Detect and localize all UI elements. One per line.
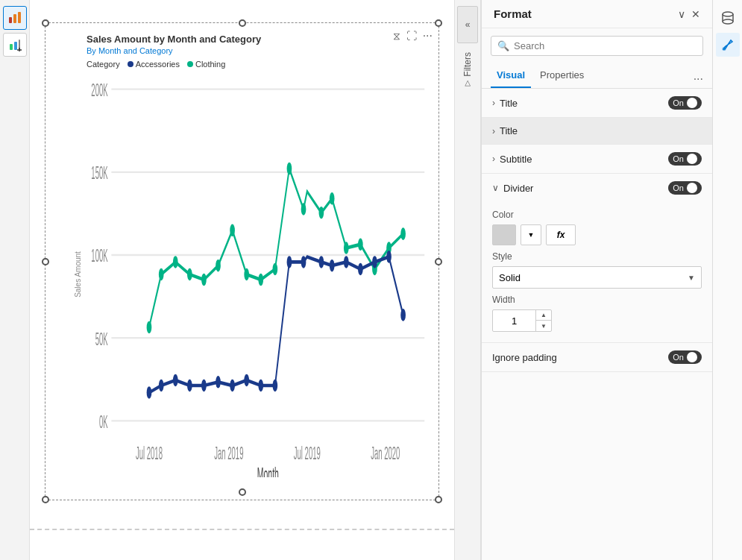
panel-tab-paint[interactable] (716, 33, 740, 57)
collapse-button[interactable]: « (457, 6, 478, 43)
close-icon[interactable]: ✕ (691, 8, 700, 20)
section-title-expand-label: › Title (492, 125, 518, 136)
svg-point-54 (319, 256, 324, 268)
chart-title: Sales Amount by Month and Category (87, 34, 428, 45)
svg-point-60 (400, 309, 406, 321)
handle-tl[interactable] (42, 19, 49, 27)
svg-point-47 (216, 376, 221, 388)
section-divider-label: ∨ Divider (492, 183, 533, 194)
chart-svg: 200K 150K 100K 50K 0K Jul 2018 Jan 2019 … (87, 72, 428, 477)
stepper-up[interactable]: ▲ (536, 310, 551, 321)
handle-tr[interactable] (435, 19, 442, 27)
chart-toolbar: ⧖ ⛶ ··· (393, 29, 433, 43)
svg-point-32 (273, 263, 278, 276)
style-label: Style (492, 251, 702, 262)
toggle-knob-divider (687, 183, 697, 193)
handle-tm[interactable] (239, 19, 246, 27)
chart-area: Sales Amount 200K 150K 100K 50K 0K (87, 72, 428, 477)
section-title-expand: › Title (482, 118, 712, 145)
sidebar-btn-barchart[interactable] (3, 6, 27, 30)
svg-text:Jul 2018: Jul 2018 (136, 444, 163, 463)
fx-icon: fx (557, 230, 565, 240)
section-divider-toggle-switch[interactable]: On (668, 181, 702, 195)
color-row: ▼ fx (492, 224, 702, 245)
stepper-arrows: ▲ ▼ (535, 310, 551, 331)
svg-text:50K: 50K (95, 330, 108, 349)
format-tabs: Visual Properties ... (482, 63, 712, 89)
svg-point-43 (159, 380, 164, 392)
chevron-down-icon[interactable]: ∨ (678, 8, 685, 20)
section-title-toggle-switch[interactable]: On (668, 96, 702, 110)
ignore-padding-label: Ignore padding (492, 352, 557, 363)
expand-icon[interactable]: ⛶ (406, 30, 417, 42)
toggle-knob (687, 98, 697, 108)
chart-legend: Category Accessories Clothing (87, 60, 428, 69)
svg-point-41 (400, 227, 406, 240)
section-divider-header[interactable]: ∨ Divider On (482, 174, 712, 202)
color-dropdown-btn[interactable]: ▼ (521, 224, 541, 245)
svg-point-58 (372, 256, 377, 268)
ignore-padding-row: Ignore padding On (482, 342, 712, 371)
svg-rect-1 (13, 14, 16, 23)
section-divider-chevron: ∨ (492, 183, 499, 193)
fx-button[interactable]: fx (546, 224, 576, 245)
panel-tabs-right (712, 0, 742, 560)
handle-mr[interactable] (435, 258, 442, 265)
filter-icon[interactable]: ⧖ (393, 30, 400, 43)
more-icon[interactable]: ··· (423, 29, 433, 43)
section-subtitle: › Subtitle On (482, 145, 712, 174)
section-title-expand-chevron: › (492, 126, 495, 136)
paintbrush-icon (720, 37, 735, 52)
legend-accessories: Accessories (128, 60, 180, 69)
svg-point-29 (230, 224, 235, 237)
handle-bm[interactable] (239, 488, 246, 496)
y-axis-label: Sales Amount (74, 251, 82, 298)
svg-point-36 (330, 192, 335, 205)
svg-point-26 (187, 268, 192, 281)
svg-point-28 (216, 259, 221, 272)
legend-category-label: Category (87, 60, 120, 69)
section-subtitle-header[interactable]: › Subtitle On (482, 145, 712, 173)
stepper-down[interactable]: ▼ (536, 321, 551, 331)
section-title-toggle-chevron: › (492, 98, 495, 108)
svg-point-31 (258, 274, 263, 286)
width-value[interactable]: 1 (493, 312, 535, 330)
svg-point-33 (287, 163, 292, 175)
svg-point-46 (201, 380, 207, 392)
filters-label[interactable]: ▽ Filters (455, 43, 480, 97)
svg-text:100K: 100K (91, 246, 107, 265)
svg-point-50 (258, 380, 263, 392)
svg-point-34 (301, 203, 306, 215)
ignore-padding-toggle[interactable]: On (668, 350, 702, 364)
style-dropdown[interactable]: Solid ▼ (492, 266, 702, 289)
sidebar-btn-pencil[interactable] (3, 33, 27, 57)
svg-point-44 (173, 374, 178, 387)
svg-text:0K: 0K (99, 412, 108, 432)
pencil-icon (8, 38, 22, 51)
svg-point-45 (187, 380, 192, 392)
tab-visual[interactable]: Visual (491, 63, 531, 88)
panel-tab-cylinder[interactable] (716, 6, 740, 30)
tab-properties[interactable]: Properties (534, 63, 590, 88)
tabs-more-button[interactable]: ... (694, 69, 703, 83)
section-subtitle-label: › Subtitle (492, 154, 532, 165)
section-subtitle-toggle-switch[interactable]: On (668, 152, 702, 166)
svg-text:Jan 2019: Jan 2019 (214, 444, 243, 463)
handle-br[interactable] (435, 496, 442, 503)
color-swatch[interactable] (492, 224, 516, 245)
search-input[interactable] (514, 40, 697, 51)
svg-point-30 (244, 268, 249, 281)
section-title-expand-header[interactable]: › Title (482, 118, 712, 144)
accessories-dot (128, 61, 133, 67)
toggle-knob-ignore (687, 352, 697, 362)
svg-point-51 (273, 380, 278, 392)
section-divider: ∨ Divider On Color ▼ (482, 174, 712, 372)
handle-ml[interactable] (42, 258, 49, 265)
section-title-toggle-label: › Title (492, 98, 518, 109)
clothing-dot (187, 61, 193, 67)
section-title-toggle-header[interactable]: › Title On (482, 89, 712, 117)
svg-point-35 (319, 207, 324, 219)
chart-subtitle: By Month and Category (87, 46, 428, 55)
collapse-icon: « (465, 19, 471, 30)
handle-bl[interactable] (42, 496, 49, 503)
